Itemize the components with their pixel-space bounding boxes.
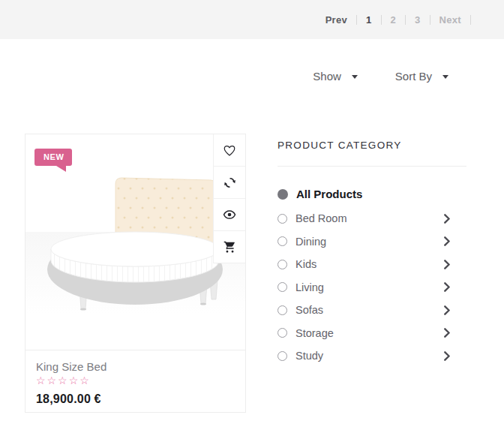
category-item-dining[interactable]: Dining [278,230,466,254]
wishlist-button[interactable] [213,134,245,167]
show-dropdown-label: Show [313,70,341,83]
category-label: Kids [296,258,444,270]
product-listing-page: Prev 1 2 3 Next Show Sort By [0,0,504,427]
pagination-bar: Prev 1 2 3 Next [0,0,504,39]
add-to-cart-button[interactable] [213,231,245,263]
category-item-study[interactable]: Study [278,344,466,368]
product-info: King Size Bed ☆☆☆☆☆ 18,900.00 € [26,350,245,406]
radio-icon[interactable] [278,214,287,224]
category-label: Dining [296,236,444,248]
chevron-right-icon[interactable] [444,351,450,361]
pagination-separator [356,15,357,25]
chevron-right-icon[interactable] [444,236,450,246]
show-dropdown[interactable]: Show [313,70,358,83]
category-label: Sofas [296,304,444,316]
category-list: All Products Bed Room Dining Kids [278,181,466,368]
product-price: 18,900.00 € [36,392,235,406]
pagination-separator [381,15,382,25]
category-item-all-products[interactable]: All Products [278,181,466,207]
radio-icon[interactable] [278,351,287,361]
category-sidebar: PRODUCT CATEGORY All Products Bed Room D… [278,140,466,368]
cart-icon [224,241,236,254]
pagination-page-1[interactable]: 1 [366,14,372,26]
category-item-living[interactable]: Living [278,276,466,299]
pagination-separator [405,15,406,25]
radio-icon[interactable] [278,260,287,269]
new-badge: NEW [34,149,72,166]
sidebar-heading: PRODUCT CATEGORY [278,140,466,151]
pagination-separator [470,15,471,25]
pagination-page-3[interactable]: 3 [415,14,421,26]
radio-selected-icon[interactable] [278,189,288,200]
chevron-right-icon[interactable] [444,260,450,269]
radio-icon[interactable] [278,328,287,338]
product-action-strip [213,134,245,263]
listing-toolbar: Show Sort By [313,70,448,83]
quick-view-button[interactable] [213,199,245,231]
category-label: All Products [296,188,450,200]
eye-icon [223,209,236,220]
chevron-right-icon[interactable] [444,328,450,338]
chevron-down-icon [442,75,448,79]
chevron-right-icon[interactable] [444,282,450,292]
category-label: Bed Room [296,212,444,224]
sidebar-divider [278,166,466,167]
pagination-separator [430,15,430,25]
radio-icon[interactable] [278,305,287,315]
sort-by-dropdown[interactable]: Sort By [395,70,448,83]
star-rating[interactable]: ☆☆☆☆☆ [36,374,235,386]
chevron-down-icon [352,75,358,79]
chevron-right-icon[interactable] [444,305,450,315]
category-item-storage[interactable]: Storage [278,322,466,345]
category-item-kids[interactable]: Kids [278,253,466,276]
category-label: Study [296,350,444,362]
product-title[interactable]: King Size Bed [36,360,235,373]
chevron-right-icon[interactable] [444,214,450,224]
compare-button[interactable] [213,167,245,199]
radio-icon[interactable] [278,236,287,246]
sort-by-dropdown-label: Sort By [395,70,432,83]
category-item-sofas[interactable]: Sofas [278,299,466,322]
pagination-prev[interactable]: Prev [326,14,347,26]
refresh-icon [224,176,236,189]
category-label: Living [296,281,444,293]
heart-icon [223,144,236,157]
pagination-next[interactable]: Next [440,14,461,26]
radio-icon[interactable] [278,282,287,292]
category-label: Storage [296,327,444,339]
pagination-page-2[interactable]: 2 [391,14,397,26]
category-item-bed-room[interactable]: Bed Room [278,207,466,230]
product-card: NEW [25,134,246,413]
new-badge-tail [56,166,66,172]
product-image[interactable]: NEW [26,134,245,350]
